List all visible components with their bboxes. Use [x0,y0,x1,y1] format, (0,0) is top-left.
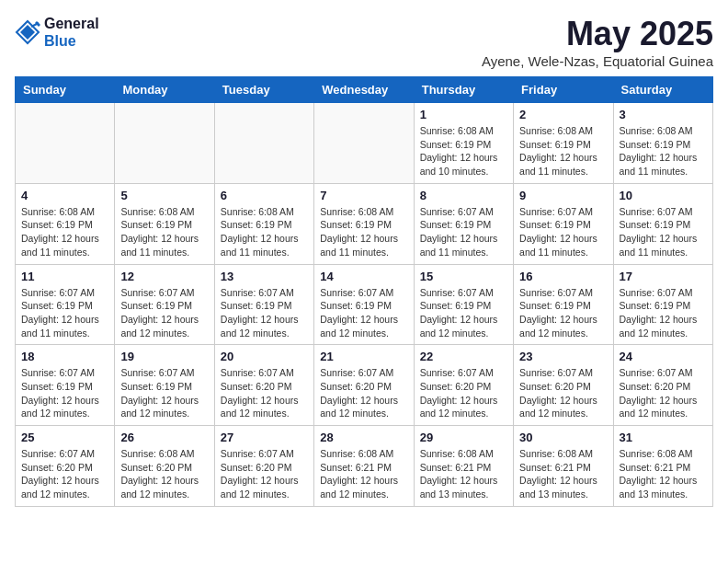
day-info: Sunrise: 6:07 AM Sunset: 6:19 PM Dayligh… [120,286,208,340]
day-info: Sunrise: 6:07 AM Sunset: 6:19 PM Dayligh… [320,286,407,340]
day-info: Sunrise: 6:07 AM Sunset: 6:19 PM Dayligh… [620,286,707,340]
week-row-1: 1Sunrise: 6:08 AM Sunset: 6:19 PM Daylig… [16,103,713,184]
title-area: May 2025 Ayene, Wele-Nzas, Equatorial Gu… [482,15,713,69]
day-info: Sunrise: 6:08 AM Sunset: 6:19 PM Dayligh… [21,205,108,259]
day-number: 19 [120,350,208,363]
calendar-cell: 20Sunrise: 6:07 AM Sunset: 6:20 PM Dayli… [214,345,313,426]
day-info: Sunrise: 6:07 AM Sunset: 6:20 PM Dayligh… [320,366,407,420]
day-number: 21 [320,350,407,363]
logo-text: General Blue [44,15,99,50]
calendar-cell: 30Sunrise: 6:08 AM Sunset: 6:21 PM Dayli… [514,426,613,507]
calendar-cell: 16Sunrise: 6:07 AM Sunset: 6:19 PM Dayli… [514,264,613,345]
day-info: Sunrise: 6:08 AM Sunset: 6:21 PM Dayligh… [420,447,507,501]
day-number: 5 [120,189,208,202]
day-number: 30 [519,431,607,444]
day-info: Sunrise: 6:07 AM Sunset: 6:19 PM Dayligh… [620,205,707,259]
day-info: Sunrise: 6:08 AM Sunset: 6:21 PM Dayligh… [620,447,707,501]
day-info: Sunrise: 6:07 AM Sunset: 6:20 PM Dayligh… [221,366,308,420]
day-number: 20 [221,350,308,363]
calendar-cell: 14Sunrise: 6:07 AM Sunset: 6:19 PM Dayli… [314,264,414,345]
logo: General Blue [15,15,99,50]
calendar-cell: 5Sunrise: 6:08 AM Sunset: 6:19 PM Daylig… [115,183,214,264]
calendar-cell: 25Sunrise: 6:07 AM Sunset: 6:20 PM Dayli… [16,426,115,507]
calendar-cell: 2Sunrise: 6:08 AM Sunset: 6:19 PM Daylig… [514,103,613,184]
day-number: 22 [420,350,507,363]
day-info: Sunrise: 6:08 AM Sunset: 6:20 PM Dayligh… [120,447,208,501]
day-number: 10 [620,189,707,202]
location-subtitle: Ayene, Wele-Nzas, Equatorial Guinea [482,53,713,69]
day-number: 4 [21,189,108,202]
calendar-cell: 12Sunrise: 6:07 AM Sunset: 6:19 PM Dayli… [115,264,214,345]
calendar-cell: 22Sunrise: 6:07 AM Sunset: 6:20 PM Dayli… [414,345,513,426]
day-info: Sunrise: 6:08 AM Sunset: 6:19 PM Dayligh… [221,205,308,259]
day-number: 24 [620,350,707,363]
day-info: Sunrise: 6:08 AM Sunset: 6:19 PM Dayligh… [120,205,208,259]
day-number: 3 [620,108,707,121]
logo-general: General [44,15,99,32]
day-number: 11 [21,270,108,283]
calendar-cell: 1Sunrise: 6:08 AM Sunset: 6:19 PM Daylig… [414,103,513,184]
calendar-cell: 7Sunrise: 6:08 AM Sunset: 6:19 PM Daylig… [314,183,414,264]
calendar-cell: 21Sunrise: 6:07 AM Sunset: 6:20 PM Dayli… [314,345,414,426]
weekday-header-friday: Friday [514,77,613,103]
day-number: 16 [519,270,607,283]
week-row-2: 4Sunrise: 6:08 AM Sunset: 6:19 PM Daylig… [16,183,713,264]
day-info: Sunrise: 6:07 AM Sunset: 6:19 PM Dayligh… [120,366,208,420]
day-info: Sunrise: 6:08 AM Sunset: 6:19 PM Dayligh… [519,124,607,178]
day-number: 1 [420,108,507,121]
calendar-cell: 28Sunrise: 6:08 AM Sunset: 6:21 PM Dayli… [314,426,414,507]
day-number: 28 [320,431,407,444]
day-number: 8 [420,189,507,202]
calendar-cell [314,103,414,184]
day-info: Sunrise: 6:08 AM Sunset: 6:19 PM Dayligh… [420,124,507,178]
day-info: Sunrise: 6:08 AM Sunset: 6:19 PM Dayligh… [320,205,407,259]
weekday-header-wednesday: Wednesday [314,77,414,103]
day-info: Sunrise: 6:08 AM Sunset: 6:21 PM Dayligh… [320,447,407,501]
week-row-3: 11Sunrise: 6:07 AM Sunset: 6:19 PM Dayli… [16,264,713,345]
calendar-cell [115,103,214,184]
calendar-cell: 19Sunrise: 6:07 AM Sunset: 6:19 PM Dayli… [115,345,214,426]
logo-icon [15,19,40,45]
day-number: 6 [221,189,308,202]
calendar: SundayMondayTuesdayWednesdayThursdayFrid… [15,76,713,507]
day-info: Sunrise: 6:07 AM Sunset: 6:19 PM Dayligh… [519,286,607,340]
day-info: Sunrise: 6:07 AM Sunset: 6:20 PM Dayligh… [21,447,108,501]
day-info: Sunrise: 6:07 AM Sunset: 6:19 PM Dayligh… [519,205,607,259]
calendar-cell: 3Sunrise: 6:08 AM Sunset: 6:19 PM Daylig… [613,103,712,184]
weekday-header-tuesday: Tuesday [214,77,313,103]
day-number: 15 [420,270,507,283]
day-info: Sunrise: 6:07 AM Sunset: 6:20 PM Dayligh… [620,366,707,420]
calendar-cell: 31Sunrise: 6:08 AM Sunset: 6:21 PM Dayli… [613,426,712,507]
calendar-cell: 24Sunrise: 6:07 AM Sunset: 6:20 PM Dayli… [613,345,712,426]
day-number: 31 [620,431,707,444]
weekday-header-monday: Monday [115,77,214,103]
weekday-header-thursday: Thursday [414,77,513,103]
month-title: May 2025 [482,15,713,53]
day-info: Sunrise: 6:07 AM Sunset: 6:19 PM Dayligh… [420,205,507,259]
day-number: 25 [21,431,108,444]
week-row-4: 18Sunrise: 6:07 AM Sunset: 6:19 PM Dayli… [16,345,713,426]
calendar-cell: 26Sunrise: 6:08 AM Sunset: 6:20 PM Dayli… [115,426,214,507]
day-number: 17 [620,270,707,283]
calendar-cell: 15Sunrise: 6:07 AM Sunset: 6:19 PM Dayli… [414,264,513,345]
calendar-cell: 9Sunrise: 6:07 AM Sunset: 6:19 PM Daylig… [514,183,613,264]
day-info: Sunrise: 6:07 AM Sunset: 6:19 PM Dayligh… [21,366,108,420]
day-info: Sunrise: 6:08 AM Sunset: 6:21 PM Dayligh… [519,447,607,501]
day-number: 27 [221,431,308,444]
week-row-5: 25Sunrise: 6:07 AM Sunset: 6:20 PM Dayli… [16,426,713,507]
weekday-header-saturday: Saturday [613,77,712,103]
calendar-cell: 17Sunrise: 6:07 AM Sunset: 6:19 PM Dayli… [613,264,712,345]
day-number: 26 [120,431,208,444]
calendar-cell [16,103,115,184]
calendar-cell: 4Sunrise: 6:08 AM Sunset: 6:19 PM Daylig… [16,183,115,264]
day-number: 2 [519,108,607,121]
calendar-cell: 10Sunrise: 6:07 AM Sunset: 6:19 PM Dayli… [613,183,712,264]
calendar-cell: 29Sunrise: 6:08 AM Sunset: 6:21 PM Dayli… [414,426,513,507]
weekday-header-row: SundayMondayTuesdayWednesdayThursdayFrid… [16,77,713,103]
calendar-cell: 11Sunrise: 6:07 AM Sunset: 6:19 PM Dayli… [16,264,115,345]
weekday-header-sunday: Sunday [16,77,115,103]
calendar-cell: 23Sunrise: 6:07 AM Sunset: 6:20 PM Dayli… [514,345,613,426]
day-number: 29 [420,431,507,444]
day-info: Sunrise: 6:07 AM Sunset: 6:20 PM Dayligh… [221,447,308,501]
day-info: Sunrise: 6:07 AM Sunset: 6:19 PM Dayligh… [221,286,308,340]
